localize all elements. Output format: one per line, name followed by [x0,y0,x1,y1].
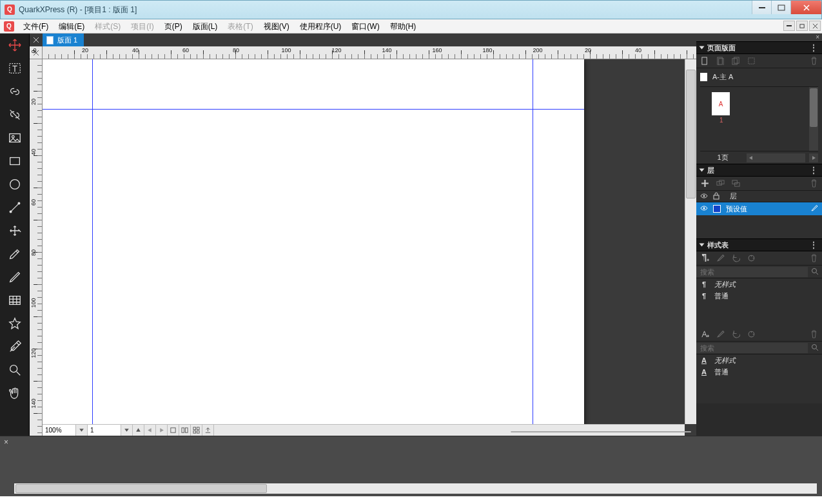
close-button[interactable] [790,1,821,14]
page-options-icon[interactable] [747,57,756,66]
mdi-minimize-button[interactable] [783,21,795,31]
measurements-close-icon[interactable]: × [4,438,8,447]
prev-page-icon[interactable] [144,425,156,436]
edit-style-icon[interactable] [716,254,725,263]
star-tool[interactable] [4,314,26,333]
item-move-tool[interactable] [4,221,26,240]
char-style-normal[interactable]: A 普通 [696,366,822,378]
para-style-none[interactable]: ¶ 无样式 [696,278,822,290]
project-icon[interactable] [4,21,14,32]
horizontal-scroll-thumb[interactable] [511,431,691,432]
new-para-style-icon[interactable] [700,254,709,263]
tabstrip-close-icon[interactable] [30,34,43,46]
bottom-scroll-thumb[interactable] [15,484,267,493]
thumbs-scroll-thumb[interactable] [810,88,817,127]
canvas[interactable] [43,59,685,424]
move-tool[interactable] [4,35,26,55]
oval-tool[interactable] [4,175,26,194]
next-page-icon[interactable] [156,425,168,436]
pages-prev-icon[interactable] [747,153,756,162]
duplicate-page-icon[interactable] [731,57,740,66]
delete-style-icon[interactable] [809,254,818,263]
layout-tab[interactable]: 版面 1 [43,34,84,46]
duplicate-style-icon[interactable] [731,254,740,263]
view-spread-icon[interactable] [179,425,191,436]
menu-page[interactable]: 页(P) [159,19,188,34]
horizontal-ruler[interactable]: 0204060801001201401601802002040 [43,46,696,59]
picture-tool[interactable] [4,128,26,148]
view-single-icon[interactable] [168,425,179,436]
zoom-field[interactable]: 100% [43,425,76,436]
palette-styles-header[interactable]: 样式表 ⋮ [696,238,822,251]
move-layer-icon[interactable] [731,179,740,188]
edit-char-style-icon[interactable] [716,330,725,339]
zoom-tool[interactable] [4,360,26,380]
char-style-search[interactable] [696,343,808,353]
rectangle-tool[interactable] [4,151,26,171]
menu-item[interactable]: 项目(I) [126,19,159,34]
menu-style[interactable]: 样式(S) [90,19,126,34]
new-master-icon[interactable] [716,57,725,66]
bottom-scrollbar[interactable] [14,483,817,494]
palettes-close-icon[interactable]: × [696,34,822,41]
delete-page-icon[interactable] [809,57,818,66]
unlink-tool[interactable] [4,105,26,124]
mdi-restore-button[interactable] [796,21,808,31]
menu-view[interactable]: 视图(V) [259,19,295,34]
menu-help[interactable]: 帮助(H) [385,19,422,34]
palette-menu-icon[interactable]: ⋮ [810,44,818,51]
vertical-scroll-thumb[interactable] [686,70,696,199]
pages-hscroll[interactable] [756,153,805,162]
visibility-icon[interactable] [700,205,708,213]
update-style-icon[interactable] [747,254,756,263]
update-char-style-icon[interactable] [747,330,756,339]
page-dropdown-icon[interactable] [121,425,133,436]
page-up-icon[interactable] [133,425,144,436]
menu-table[interactable]: 表格(T) [222,19,258,34]
para-style-search[interactable] [696,267,808,277]
delete-layer-icon[interactable] [809,179,818,188]
page-thumbnail[interactable]: A [712,92,730,115]
new-layer-icon[interactable] [700,179,709,188]
search-icon[interactable] [808,344,822,353]
vertical-scrollbar[interactable] [685,59,696,424]
page-field[interactable]: 1 [88,425,121,436]
menu-file[interactable]: 文件(F) [18,19,54,34]
palette-pages-header[interactable]: 页面版面 ⋮ [696,41,822,54]
new-char-style-icon[interactable] [700,330,709,339]
char-style-none[interactable]: A 无样式 [696,354,822,366]
thumbs-scrollbar[interactable] [809,87,818,151]
palette-menu-icon[interactable]: ⋮ [810,167,818,173]
eyedropper-tool[interactable] [4,337,26,356]
delete-char-style-icon[interactable] [809,330,818,339]
master-page-row[interactable]: A-主 A [700,71,818,82]
new-page-icon[interactable] [700,57,709,66]
pencil-tool[interactable] [4,267,26,287]
layer-row-default[interactable]: 预设值 [696,202,822,215]
palette-menu-icon[interactable]: ⋮ [810,242,818,248]
minimize-button[interactable] [752,1,771,14]
view-thumb-icon[interactable] [191,425,202,436]
vertical-ruler[interactable]: 020406080100120140 [30,59,43,436]
page[interactable] [43,59,584,424]
export-icon[interactable] [202,425,214,436]
zoom-dropdown-icon[interactable] [76,425,88,436]
merge-layer-icon[interactable] [716,179,725,188]
edit-layer-icon[interactable] [810,204,818,213]
para-style-normal[interactable]: ¶ 普通 [696,290,822,302]
menu-edit[interactable]: 编辑(E) [54,19,90,34]
menu-layout[interactable]: 版面(L) [188,19,223,34]
table-tool[interactable] [4,291,26,310]
search-icon[interactable] [808,267,822,276]
pen-tool[interactable] [4,244,26,264]
duplicate-char-style-icon[interactable] [731,330,740,339]
text-tool[interactable] [4,59,26,78]
line-tool[interactable] [4,198,26,217]
mdi-close-button[interactable] [809,21,821,31]
maximize-button[interactable] [771,1,790,14]
link-tool[interactable] [4,82,26,101]
menu-window[interactable]: 窗口(W) [346,19,384,34]
hand-tool[interactable] [4,383,26,403]
pages-next-icon[interactable] [809,153,818,162]
menu-util[interactable]: 使用程序(U) [295,19,347,34]
